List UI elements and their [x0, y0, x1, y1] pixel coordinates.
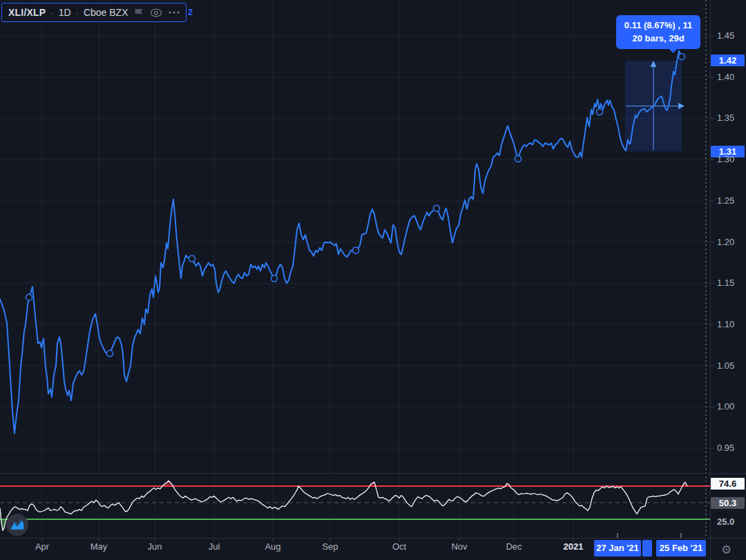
price-axis-tick-label: 1.05: [717, 360, 745, 371]
drawing-anchor-marker[interactable]: [679, 53, 685, 59]
drawings-count-badge: 2: [188, 7, 193, 17]
time-axis-month-label: Jun: [134, 541, 175, 552]
time-axis-month-label: Apr: [21, 541, 63, 552]
drawing-anchor-marker[interactable]: [515, 156, 522, 162]
price-axis-tick-label: 1.15: [717, 278, 745, 288]
exchange-label: Cboe BZX: [84, 7, 128, 18]
drawing-anchor-marker[interactable]: [107, 350, 113, 356]
trading-chart-window: XLI/XLP · 1D · Cboe BZX 2 0.11 (8.67%) ,…: [0, 0, 746, 560]
symbol-name[interactable]: XLI/XLP: [8, 7, 46, 18]
drawing-anchor-marker[interactable]: [353, 247, 359, 253]
drawing-anchor-marker[interactable]: [26, 294, 32, 300]
price-axis-tick-label: 1.10: [717, 319, 745, 329]
price-axis-tick-label: 1.40: [717, 72, 745, 82]
time-axis-month-label: Jul: [193, 541, 235, 552]
area-chart-logo[interactable]: [6, 514, 28, 536]
drawing-anchor-marker[interactable]: [597, 108, 603, 115]
time-axis-month-label: 2021: [553, 541, 594, 552]
price-axis-tick-label: 0.95: [717, 443, 745, 453]
eye-icon[interactable]: [150, 8, 162, 17]
flag-icon[interactable]: [134, 8, 144, 17]
price-axis-tick-label: 1.45: [717, 30, 745, 41]
measure-tooltip: 0.11 (8.67%) , 11 20 bars, 29d: [616, 15, 700, 49]
price-axis-tick-label: 1.20: [717, 237, 745, 247]
symbol-legend[interactable]: XLI/XLP · 1D · Cboe BZX: [1, 3, 186, 22]
time-axis-month-label: Nov: [439, 541, 480, 552]
price-axis-tick-label: 1.25: [717, 195, 745, 206]
gear-icon[interactable]: ⚙: [721, 543, 731, 557]
price-axis-tick-label: 1.00: [717, 401, 745, 412]
rsi-line-series: [0, 481, 687, 530]
time-axis-month-label: Aug: [252, 541, 294, 552]
price-axis-tick-label: 1.35: [717, 113, 745, 123]
drawing-anchor-marker[interactable]: [434, 205, 440, 211]
drawing-anchor-marker[interactable]: [189, 255, 195, 262]
measure-bars-line: 20 bars, 29d: [622, 32, 695, 45]
time-axis-month-label: Sep: [309, 541, 351, 552]
chart-canvas[interactable]: [0, 0, 746, 560]
drawing-anchor-marker[interactable]: [271, 276, 278, 282]
legend-separator: ·: [76, 8, 79, 18]
more-ellipsis-icon[interactable]: [169, 11, 180, 14]
legend-separator: ·: [50, 8, 53, 18]
price-axis-tick-label: 1.30: [717, 154, 745, 164]
time-axis-month-label: Dec: [493, 541, 535, 552]
time-axis-month-label: May: [78, 541, 119, 552]
time-axis-month-label: Oct: [379, 541, 420, 552]
measure-change-line: 0.11 (8.67%) , 11: [622, 19, 695, 32]
interval-label[interactable]: 1D: [59, 7, 71, 18]
